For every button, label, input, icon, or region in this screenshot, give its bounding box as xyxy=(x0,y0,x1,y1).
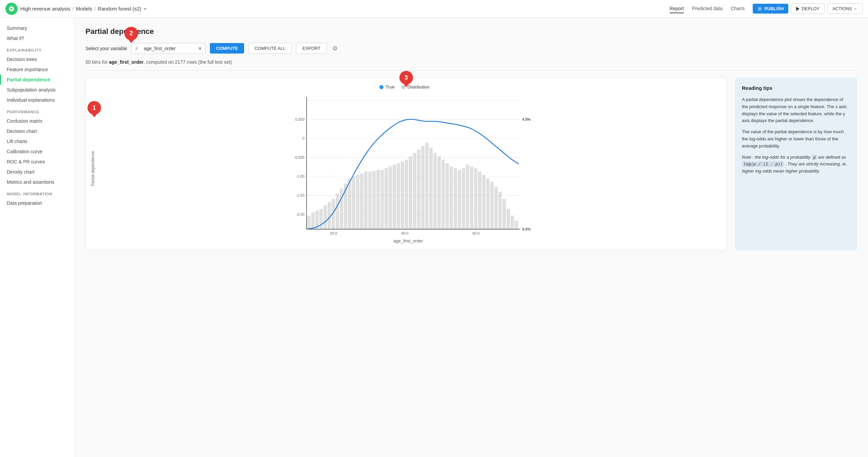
sidebar-item-confusion-matrix[interactable]: Confusion matrix xyxy=(0,116,74,126)
sidebar-item-partial-dependence[interactable]: Partial dependence xyxy=(0,75,74,85)
svg-text:60.0: 60.0 xyxy=(472,231,479,235)
reading-tips-title: Reading tips xyxy=(742,84,850,92)
sidebar-item-summary[interactable]: Summary xyxy=(0,23,74,33)
breadcrumb: High revenue analysis / Models / Random … xyxy=(20,6,147,12)
chart-svg: 0.500 0 -0.500 -1.00 -1.50 -2.00 xyxy=(97,94,720,236)
compute-button[interactable]: COMPUTE xyxy=(210,43,244,54)
svg-rect-46 xyxy=(421,146,425,229)
svg-rect-56 xyxy=(462,168,465,229)
sidebar-item-lift-charts[interactable]: Lift charts xyxy=(0,136,74,146)
svg-rect-38 xyxy=(389,166,392,229)
topbar-actions: PUBLISH DEPLOY ACTIONS xyxy=(753,3,863,14)
svg-text:0.0%: 0.0% xyxy=(522,227,531,231)
variable-select[interactable]: age_first_order xyxy=(131,43,206,54)
svg-rect-68 xyxy=(511,216,514,229)
svg-text:0: 0 xyxy=(302,136,304,140)
svg-rect-18 xyxy=(307,216,311,229)
chart-container: 3 True Distribution Partial d xyxy=(85,77,727,251)
svg-rect-40 xyxy=(397,163,400,229)
reading-tips-panel: Reading tips A partial dependence plot s… xyxy=(735,77,857,251)
svg-rect-50 xyxy=(437,156,441,229)
svg-text:4.8%: 4.8% xyxy=(522,117,531,121)
breadcrumb-models[interactable]: Models xyxy=(76,6,92,12)
svg-rect-53 xyxy=(450,166,453,229)
reading-tips-para2: The value of the partial dependence is b… xyxy=(742,128,850,150)
sidebar-item-decision-trees[interactable]: Decision trees xyxy=(0,54,74,64)
sidebar-item-roc-pr-curves[interactable]: ROC & PR curves xyxy=(0,157,74,167)
svg-rect-63 xyxy=(490,182,494,229)
breadcrumb-model-name[interactable]: Random forest (s2) xyxy=(98,6,147,12)
export-button[interactable]: EXPORT xyxy=(296,43,327,54)
svg-rect-55 xyxy=(458,170,461,229)
svg-rect-42 xyxy=(405,160,408,229)
info-text: 50 bins for age_first_order, computed on… xyxy=(85,59,857,71)
actions-button[interactable]: ACTIONS xyxy=(827,3,863,14)
svg-rect-44 xyxy=(413,153,416,229)
deploy-button[interactable]: DEPLOY xyxy=(791,3,825,14)
svg-rect-37 xyxy=(384,168,388,229)
controls-row: Select your variable 2 # age_first_order… xyxy=(85,43,857,54)
svg-rect-48 xyxy=(429,148,433,229)
svg-rect-59 xyxy=(474,168,477,229)
svg-rect-33 xyxy=(368,172,372,229)
svg-text:-2.00: -2.00 xyxy=(296,212,304,216)
svg-rect-45 xyxy=(417,150,420,229)
sidebar-item-subpopulation[interactable]: Subpopulation analysis xyxy=(0,85,74,95)
annotation-1: 1 xyxy=(87,101,101,115)
info-variable: age_first_order xyxy=(109,59,143,65)
x-axis-label: age_first_order xyxy=(97,238,720,243)
legend-true: True xyxy=(379,84,394,90)
svg-rect-34 xyxy=(372,171,376,229)
svg-rect-31 xyxy=(360,173,363,229)
svg-rect-62 xyxy=(486,178,490,229)
svg-rect-35 xyxy=(376,170,380,229)
svg-rect-29 xyxy=(352,177,355,229)
sidebar-item-decision-chart[interactable]: Decision chart xyxy=(0,126,74,136)
sidebar: Summary What if? EXPLAINABILITY Decision… xyxy=(0,18,75,457)
reading-tips-para1: A partial dependence plot shows the depe… xyxy=(742,96,850,124)
sidebar-item-individual-explanations[interactable]: Individual explanations xyxy=(0,95,74,105)
svg-rect-61 xyxy=(482,175,486,229)
sidebar-item-feature-importance[interactable]: Feature importance xyxy=(0,64,74,75)
sidebar-item-metrics-assertions[interactable]: Metrics and assertions xyxy=(0,177,74,187)
breadcrumb-project[interactable]: High revenue analysis xyxy=(20,6,71,12)
svg-rect-41 xyxy=(401,161,404,229)
sidebar-item-data-preparation[interactable]: Data preparation xyxy=(0,198,74,208)
svg-text:40.0: 40.0 xyxy=(401,231,408,235)
nav-report[interactable]: Report xyxy=(670,4,684,13)
svg-rect-32 xyxy=(364,172,368,229)
nav-charts[interactable]: Charts xyxy=(731,4,745,13)
svg-rect-52 xyxy=(446,163,449,229)
sidebar-section-model-info: MODEL INFORMATION xyxy=(0,187,74,198)
svg-rect-51 xyxy=(441,160,445,229)
main-content: Partial dependence Select your variable … xyxy=(75,18,868,457)
svg-rect-65 xyxy=(498,192,502,229)
svg-marker-2 xyxy=(796,7,800,11)
svg-rect-19 xyxy=(311,212,315,229)
topbar-nav: Report Predicted data Charts xyxy=(670,4,745,13)
chart-panel: 3 True Distribution Partial d xyxy=(85,77,857,251)
svg-rect-39 xyxy=(393,165,396,229)
svg-rect-43 xyxy=(409,156,412,229)
sidebar-item-density-chart[interactable]: Density chart xyxy=(0,167,74,177)
svg-text:20.0: 20.0 xyxy=(330,231,337,235)
settings-button[interactable]: ⚙ xyxy=(331,43,339,54)
svg-rect-64 xyxy=(494,187,498,229)
publish-button[interactable]: PUBLISH xyxy=(753,4,788,14)
layout: Summary What if? EXPLAINABILITY Decision… xyxy=(0,0,868,457)
annotation-2-label: 2 xyxy=(130,30,133,37)
svg-rect-25 xyxy=(336,194,339,229)
sidebar-item-whatif[interactable]: What if? xyxy=(0,33,74,43)
svg-rect-60 xyxy=(478,172,481,229)
svg-rect-26 xyxy=(340,188,343,229)
select-variable-label: Select your variable xyxy=(85,46,127,51)
logo-icon xyxy=(5,3,18,15)
sidebar-section-performance: PERFORMANCE xyxy=(0,105,74,116)
compute-all-button[interactable]: COMPUTE ALL xyxy=(248,43,292,54)
svg-rect-67 xyxy=(507,209,510,229)
svg-rect-36 xyxy=(380,170,384,229)
sidebar-item-calibration-curve[interactable]: Calibration curve xyxy=(0,146,74,157)
nav-predicted-data[interactable]: Predicted data xyxy=(692,4,723,13)
svg-text:-1.50: -1.50 xyxy=(296,193,304,197)
breadcrumb-sep-2: / xyxy=(94,6,96,12)
